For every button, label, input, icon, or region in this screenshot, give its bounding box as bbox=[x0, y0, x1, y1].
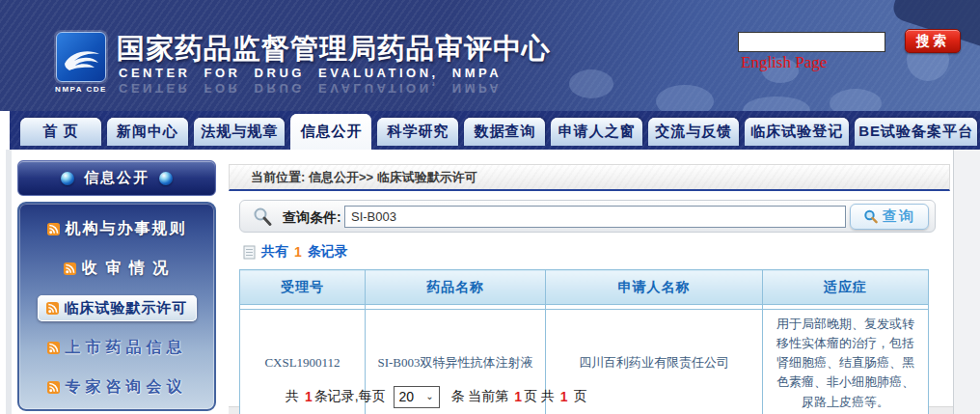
swan-logo-icon bbox=[61, 41, 103, 75]
query-input[interactable] bbox=[344, 206, 846, 228]
sidebar-item-label: 收 审 情 况 bbox=[82, 259, 170, 279]
main-nav: 首 页 新闻中心 法规与规章 信息公开 科学研究 数据查询 申请人之窗 交流与反… bbox=[10, 111, 980, 150]
site-title: 国家药品监督管理局药品审评中心 bbox=[117, 30, 551, 69]
tab-info-disclosure[interactable]: 信息公开 bbox=[290, 114, 371, 150]
sidebar-item-clinical-trial-implied-license[interactable]: 临床试验默示许可 bbox=[19, 289, 214, 328]
sidebar-item-acceptance-review[interactable]: 收 审 情 况 bbox=[19, 249, 214, 289]
tab-science-research[interactable]: 科学研究 bbox=[377, 118, 458, 146]
sidebar-item-org-rules[interactable]: 机构与办事规则 bbox=[19, 209, 214, 249]
page: NMPA CDE 国家药品监督管理局药品审评中心 CENTER FOR DRUG… bbox=[0, 0, 980, 414]
pagination-text: 条记录,每页 bbox=[314, 388, 386, 405]
chevron-down-icon: ⌄ bbox=[425, 392, 433, 401]
cde-logo bbox=[56, 32, 106, 82]
rss-icon bbox=[46, 302, 59, 315]
tab-home[interactable]: 首 页 bbox=[20, 118, 101, 146]
results-count-number: 1 bbox=[294, 244, 302, 260]
left-edge-strip bbox=[6, 150, 12, 414]
logo-caption: NMPA CDE bbox=[48, 85, 114, 94]
rss-icon bbox=[47, 381, 60, 394]
rss-icon bbox=[47, 342, 60, 354]
pagination-text: 页 bbox=[570, 388, 587, 405]
sidebar-menu: 机构与办事规则 收 审 情 况 临床试验默示许可 上市药品信息 专家咨询会议 bbox=[17, 202, 216, 411]
site-search-input[interactable] bbox=[738, 32, 885, 52]
sidebar-item-label: 机构与办事规则 bbox=[66, 219, 187, 239]
search-icon bbox=[252, 207, 273, 228]
query-label: 查询条件: bbox=[283, 209, 341, 227]
site-subtitle: CENTER FOR DRUG EVALUATION, NMPA bbox=[119, 66, 502, 80]
results-count: 共有 1 条记录 bbox=[243, 243, 348, 261]
pagination: 共 1条记录,每页20⌄ 条 当前第 1页 共 1 页 bbox=[239, 385, 928, 408]
orb-icon bbox=[159, 172, 173, 185]
sidebar-item-label: 临床试验默示许可 bbox=[65, 299, 188, 317]
pagination-text: 共 bbox=[286, 388, 303, 405]
per-page-select[interactable]: 20⌄ bbox=[394, 386, 440, 408]
col-drug-name: 药品名称 bbox=[366, 270, 546, 305]
sidebar-selected-pill: 临床试验默示许可 bbox=[38, 295, 197, 321]
sidebar-item-label: 上市药品信息 bbox=[66, 338, 187, 358]
list-icon bbox=[243, 245, 256, 260]
tab-be-filing-platform[interactable]: BE试验备案平台 bbox=[855, 118, 977, 146]
sidebar-item-label: 专家咨询会议 bbox=[66, 377, 187, 398]
sidebar-item-marketed-drug-info[interactable]: 上市药品信息 bbox=[19, 328, 214, 368]
site-search-button[interactable]: 搜索 bbox=[905, 29, 961, 53]
per-page-value: 20 bbox=[399, 389, 415, 404]
rss-icon bbox=[64, 262, 76, 275]
results-prefix: 共有 bbox=[261, 243, 288, 261]
col-applicant-name: 申请人名称 bbox=[546, 270, 763, 305]
col-indication: 适应症 bbox=[763, 270, 929, 305]
query-button[interactable]: 查询 bbox=[850, 204, 929, 230]
site-header: NMPA CDE 国家药品监督管理局药品审评中心 CENTER FOR DRUG… bbox=[0, 0, 980, 111]
english-page-link[interactable]: English Page bbox=[741, 53, 827, 72]
sidebar-item-expert-advisory[interactable]: 专家咨询会议 bbox=[19, 368, 214, 407]
current-page: 1 bbox=[512, 389, 524, 404]
sidebar-title-bar: 信息公开 bbox=[17, 160, 216, 196]
total-records: 1 bbox=[303, 389, 314, 404]
tab-clinical-trial-registry[interactable]: 临床试验登记 bbox=[745, 118, 849, 146]
table-header-row: 受理号 药品名称 申请人名称 适应症 bbox=[240, 270, 929, 305]
query-bar: 查询条件: 查询 bbox=[239, 200, 936, 233]
query-button-label: 查询 bbox=[883, 207, 915, 226]
sidebar-title: 信息公开 bbox=[84, 169, 150, 187]
tab-regulations[interactable]: 法规与规章 bbox=[194, 118, 285, 146]
rss-icon bbox=[47, 223, 60, 235]
pagination-text: 条 当前第 bbox=[448, 388, 513, 405]
tab-news[interactable]: 新闻中心 bbox=[107, 118, 188, 146]
orb-icon bbox=[61, 172, 74, 185]
site-subtitle-reflection: CENTER FOR DRUG EVALUATION, NMPA bbox=[119, 81, 502, 96]
tab-applicant-window[interactable]: 申请人之窗 bbox=[551, 118, 641, 146]
col-acceptance-number: 受理号 bbox=[240, 270, 366, 305]
tab-exchange-feedback[interactable]: 交流与反馈 bbox=[648, 118, 739, 146]
total-pages: 1 bbox=[558, 389, 570, 404]
right-gutter bbox=[953, 150, 980, 414]
search-icon bbox=[863, 209, 879, 225]
tab-data-query[interactable]: 数据查询 bbox=[464, 118, 545, 146]
pagination-text: 页 共 bbox=[524, 388, 558, 405]
breadcrumb-text: 当前位置: 信息公开>> 临床试验默示许可 bbox=[251, 169, 477, 186]
breadcrumb: 当前位置: 信息公开>> 临床试验默示许可 bbox=[229, 164, 950, 191]
results-suffix: 条记录 bbox=[308, 243, 348, 261]
